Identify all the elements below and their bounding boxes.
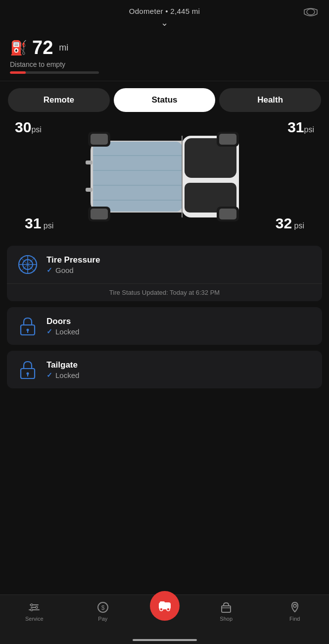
tire-pressure-status: Good xyxy=(55,266,74,274)
tab-health[interactable]: Health xyxy=(219,88,321,112)
tire-front-left-value: 30psi xyxy=(15,119,42,136)
find-label: Find xyxy=(289,616,300,622)
fuel-unit: mi xyxy=(59,43,68,53)
home-indicator xyxy=(133,639,197,641)
svg-point-0 xyxy=(307,9,315,15)
svg-rect-11 xyxy=(86,188,93,192)
doors-lock-icon xyxy=(17,315,39,337)
find-icon xyxy=(288,601,301,614)
tire-front-right-value: 31psi xyxy=(287,119,314,136)
tab-status[interactable]: Status xyxy=(114,88,216,112)
service-icon xyxy=(28,601,41,614)
doors-title: Doors xyxy=(47,317,79,326)
doors-status: Locked xyxy=(55,327,79,336)
nav-shop[interactable]: Shop xyxy=(192,601,261,622)
tailgate-card: Tailgate ✓ Locked xyxy=(7,351,322,388)
tab-remote[interactable]: Remote xyxy=(8,88,110,112)
service-label: Service xyxy=(25,616,44,622)
doors-card: Doors ✓ Locked xyxy=(7,307,322,345)
fuel-section: ⛽ 72 mi Distance to empty xyxy=(0,32,329,81)
tire-pressure-card: Tire Pressure ✓ Good xyxy=(7,246,322,283)
svg-text:$: $ xyxy=(101,604,104,611)
fuel-row: ⛽ 72 mi xyxy=(10,37,319,58)
status-cards: Tire Pressure ✓ Good Tire Status Updated… xyxy=(0,236,329,388)
svg-point-38 xyxy=(36,606,38,608)
pay-label: Pay xyxy=(98,616,107,622)
odometer-label: Odometer • 2,445 mi xyxy=(129,7,200,15)
bottom-nav: Service $ Pay Shop xyxy=(0,594,329,644)
pay-icon: $ xyxy=(96,601,109,614)
svg-point-44 xyxy=(160,608,163,611)
svg-point-31 xyxy=(27,373,29,375)
tire-updated-bar: Tire Status Updated: Today at 6:32 PM xyxy=(7,283,322,301)
tire-pressure-icon xyxy=(17,254,39,275)
svg-point-39 xyxy=(31,609,33,611)
profile-icon[interactable] xyxy=(302,7,319,21)
svg-point-37 xyxy=(31,604,33,606)
tire-check-icon: ✓ xyxy=(47,266,52,274)
car-svg xyxy=(76,131,254,220)
shop-label: Shop xyxy=(220,616,233,622)
top-bar: Odometer • 2,445 mi ⌄ xyxy=(0,0,329,32)
nav-vehicle-center[interactable] xyxy=(137,601,192,621)
svg-rect-10 xyxy=(86,161,93,164)
fuel-icon: ⛽ xyxy=(10,40,27,56)
tire-rear-right-value: 32 psi xyxy=(276,215,304,232)
nav-find[interactable]: Find xyxy=(260,601,329,622)
fuel-bar-fill xyxy=(10,71,26,74)
tire-rear-readings: 31 psi 32 psi xyxy=(10,215,319,232)
svg-rect-2 xyxy=(93,142,182,212)
vehicle-center-button[interactable] xyxy=(150,591,180,621)
fuel-label: Distance to empty xyxy=(10,60,319,68)
chevron-down-icon[interactable]: ⌄ xyxy=(161,17,168,28)
svg-point-48 xyxy=(293,604,296,607)
fuel-miles: 72 xyxy=(32,37,53,58)
tire-pressure-title: Tire Pressure xyxy=(47,255,100,265)
fuel-bar-container xyxy=(10,71,99,74)
svg-rect-43 xyxy=(160,601,165,604)
tailgate-title: Tailgate xyxy=(47,360,79,370)
tailgate-lock-icon xyxy=(17,359,39,380)
tailgate-check-icon: ✓ xyxy=(47,371,52,379)
tailgate-status: Locked xyxy=(55,371,79,379)
shop-icon xyxy=(220,601,233,614)
svg-rect-46 xyxy=(222,606,231,612)
tire-rear-left-value: 31 psi xyxy=(25,215,53,232)
tire-pressure-section: 30psi 31psi xyxy=(0,119,329,232)
svg-point-45 xyxy=(167,608,170,611)
car-image xyxy=(10,131,319,220)
svg-point-28 xyxy=(27,329,29,331)
tire-front-readings: 30psi 31psi xyxy=(10,119,319,136)
nav-service[interactable]: Service xyxy=(0,601,69,622)
doors-check-icon: ✓ xyxy=(47,327,52,335)
nav-pay[interactable]: $ Pay xyxy=(69,601,138,622)
tab-navigation: Remote Status Health xyxy=(0,81,329,119)
